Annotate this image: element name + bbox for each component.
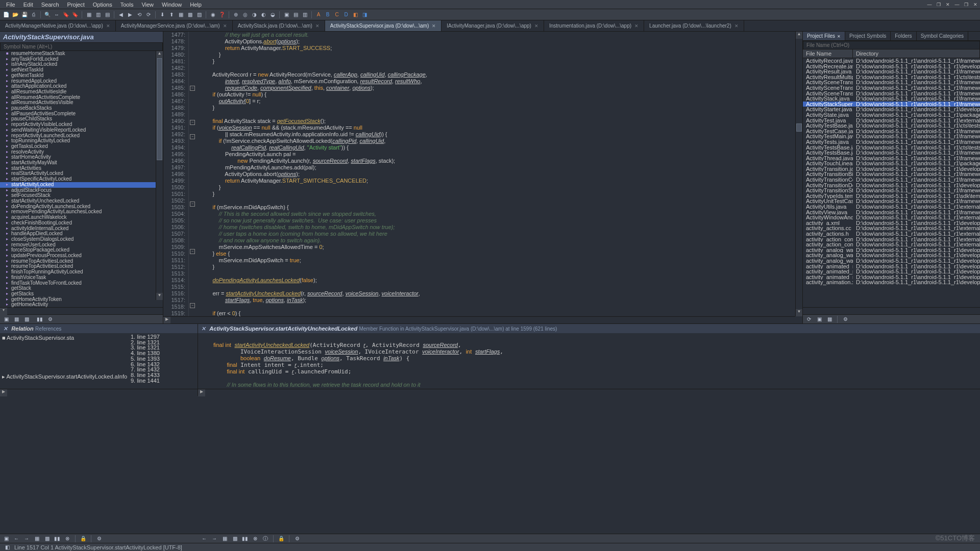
file-row[interactable]: ActivitySceneTransitiD:\dow\android-5.1.… (803, 91, 980, 96)
tool-icon[interactable]: ▣ (2, 535, 10, 543)
file-tab[interactable]: ActivityManagerNative.java (D:\dow\...\a… (0, 20, 116, 31)
symbol-item[interactable]: sendWaitingVisibleReportLocked (0, 128, 163, 133)
file-row[interactable]: ActivityView.javaD:\dow\android-5.1.1_r1… (803, 210, 980, 215)
file-row[interactable]: ActivityTransitionStatD:\dow\android-5.1… (803, 188, 980, 193)
close-button[interactable]: ✕ (943, 0, 952, 9)
restore-button[interactable]: ❐ (934, 0, 943, 9)
file-row[interactable]: activity_analog_watcD:\dow\android-5.1.1… (803, 247, 980, 253)
symbol-filter-input[interactable] (0, 42, 163, 51)
tool-icon[interactable]: ⓘ (261, 535, 270, 543)
reference-line[interactable]: 5. line 1393 (131, 356, 195, 362)
book-icon[interactable]: 🔖 (62, 11, 70, 19)
file-row[interactable]: ActivityTransition.javaD:\dow\android-5.… (803, 166, 980, 172)
tool-icon[interactable]: ▩ (43, 535, 51, 543)
panel-tab[interactable]: Project Symbols (845, 32, 891, 40)
symbol-item[interactable]: getHomeActivity (0, 302, 163, 307)
file-row[interactable]: ActivityTransitionDetD:\dow\android-5.1.… (803, 183, 980, 188)
tool-icon[interactable]: C (333, 11, 341, 19)
file-row[interactable]: ActivityTestsBase.javaD:\dow\android-5.1… (803, 150, 980, 156)
file-tab[interactable]: ActivityManagerService.java (D:\dow\...\… (116, 20, 233, 31)
symbol-list[interactable]: resumeHomeStackTaskanyTaskForIdLockedisI… (0, 51, 163, 307)
tool-icon[interactable]: ▨ (195, 11, 203, 19)
nav-fwd-icon[interactable]: → (210, 535, 218, 543)
file-row[interactable]: ActivityTest.javaD:\dow\android-5.1.1_r1… (803, 118, 980, 123)
symbol-item[interactable]: checkFinishBootingLocked (0, 220, 163, 226)
list-item[interactable]: ▸ ActivityStackSupervisor.startActivityL… (0, 373, 129, 381)
file-row[interactable]: activity_animation.xmlD:\dow\android-5.1… (803, 280, 980, 285)
relation-lines[interactable]: 1. line 12972. line 13213. line 13214. l… (129, 333, 198, 389)
scroll-down-icon[interactable]: ▼ (156, 293, 163, 300)
fold-toggle-icon[interactable]: − (190, 202, 195, 207)
close-icon[interactable]: ✕ (432, 23, 436, 29)
file-row[interactable]: ActivityTestsBase.javaD:\dow\android-5.1… (803, 145, 980, 151)
tile-icon[interactable]: ▥ (94, 11, 102, 19)
tool-icon[interactable]: ▦ (12, 315, 20, 323)
file-row[interactable]: ActivityStackSupervisD:\dow\android-5.1.… (803, 102, 980, 107)
file-row[interactable]: ActivityTransitionCooD:\dow\android-5.1.… (803, 177, 980, 183)
file-row[interactable]: ActivityStack.javaD:\dow\android-5.1.1_r… (803, 96, 980, 102)
tool-icon[interactable]: ⬇ (158, 11, 166, 19)
file-row[interactable]: ActivityTypeIds.tempD:\dow\android-5.1.1… (803, 193, 980, 199)
list-item[interactable]: ■ ActivityStackSupervisor.sta (0, 334, 129, 341)
close-icon[interactable]: ✕ (534, 23, 538, 29)
file-row[interactable]: ActivityThread.javaD:\dow\android-5.1.1_… (803, 156, 980, 161)
menu-tools[interactable]: Tools (116, 2, 138, 8)
file-row[interactable]: ActivityRecord.javaD:\dow\android-5.1.1_… (803, 58, 980, 64)
file-row[interactable]: ActivityTestCase.javaD:\dow\android-5.1.… (803, 129, 980, 134)
tool-icon[interactable]: ▣ (2, 315, 10, 323)
tool-icon[interactable]: 🔒 (79, 535, 87, 543)
file-row[interactable]: activity_actions.hD:\dow\android-5.1.1_r… (803, 231, 980, 237)
reference-line[interactable]: 9. line 1441 (131, 378, 195, 384)
close-icon[interactable]: ✕ (315, 23, 320, 29)
file-row[interactable]: ActivityRecreate.javaD:\dow\android-5.1.… (803, 64, 980, 69)
file-row[interactable]: ActivityTestMain.javaD:\dow\android-5.1.… (803, 134, 980, 139)
file-tab[interactable]: Instrumentation.java (D:\dow\...\app)✕ (544, 20, 644, 31)
close-icon[interactable]: ✕ (837, 34, 841, 39)
file-tab[interactable]: Launcher.java (D:\dow\...\launcher2)✕ (644, 20, 744, 31)
file-tab[interactable]: ActivityStack.java (D:\dow\...\am)✕ (233, 20, 325, 31)
file-row[interactable]: ActivityState.javaD:\dow\android-5.1.1_r… (803, 112, 980, 118)
tool-icon[interactable]: ◨ (360, 11, 369, 19)
tool-icon[interactable]: ⊕ (232, 11, 240, 19)
close-icon[interactable]: ✕ (223, 23, 227, 29)
tool-icon[interactable]: ▤ (291, 11, 300, 19)
nav-icon[interactable]: ⟳ (144, 11, 153, 19)
tool-icon[interactable]: ▩ (186, 11, 194, 19)
tool-icon[interactable]: ⬆ (167, 11, 176, 19)
scrollbar-horizontal[interactable]: ◀ ▶ (198, 389, 980, 396)
restore-button[interactable]: ❐ (962, 0, 971, 9)
tool-icon[interactable]: ▦ (33, 535, 41, 543)
saveall-icon[interactable]: ⎙ (30, 11, 38, 19)
symbol-item[interactable]: startActivityLocked (0, 182, 163, 188)
fold-column[interactable]: −−−−−− (189, 32, 196, 323)
tool-icon[interactable]: ▮▮ (36, 315, 44, 323)
file-row[interactable]: ActivityTests.javaD:\dow\android-5.1.1_r… (803, 139, 980, 145)
tool-icon[interactable]: ▩ (22, 315, 31, 323)
scroll-right-icon[interactable]: ▶ (198, 389, 205, 396)
menu-project[interactable]: Project (63, 2, 89, 8)
file-row[interactable]: activity_action_constD:\dow\android-5.1.… (803, 237, 980, 242)
close-icon[interactable]: ✕ (634, 23, 639, 29)
menu-help[interactable]: Help (186, 2, 206, 8)
scroll-up-icon[interactable]: ▲ (796, 32, 802, 39)
nav-icon[interactable]: ▶ (126, 11, 134, 19)
file-row[interactable]: activity_actions.ccD:\dow\android-5.1.1_… (803, 226, 980, 231)
menu-options[interactable]: Options (89, 2, 116, 8)
tool-icon[interactable]: ▣ (282, 11, 290, 19)
scrollbar-horizontal[interactable]: ◀ ▶ (0, 389, 198, 396)
file-row[interactable]: ActivityStarter.javaD:\dow\android-5.1.1… (803, 107, 980, 112)
nav-back-icon[interactable]: ← (12, 535, 20, 543)
replace-icon[interactable]: ↔ (53, 11, 61, 19)
fold-toggle-icon[interactable]: − (190, 86, 195, 91)
tool-icon[interactable]: ▦ (825, 315, 834, 323)
file-row[interactable]: activity_analog_watcD:\dow\android-5.1.1… (803, 258, 980, 264)
scroll-thumb[interactable] (796, 123, 802, 132)
menu-search[interactable]: Search (37, 2, 63, 8)
panel-tab[interactable]: Folders (891, 32, 916, 40)
tool-icon[interactable]: D (342, 11, 350, 19)
close-icon[interactable]: ✕ (201, 325, 206, 332)
file-row[interactable]: ActivityUnitTestCaseD:\dow\android-5.1.1… (803, 198, 980, 204)
file-row[interactable]: activity_animated_noD:\dow\android-5.1.1… (803, 269, 980, 274)
gear-icon[interactable]: ⚙ (95, 535, 103, 543)
file-row[interactable]: activity_a.xmlD:\dow\android-5.1.1_r1\an… (803, 220, 980, 226)
